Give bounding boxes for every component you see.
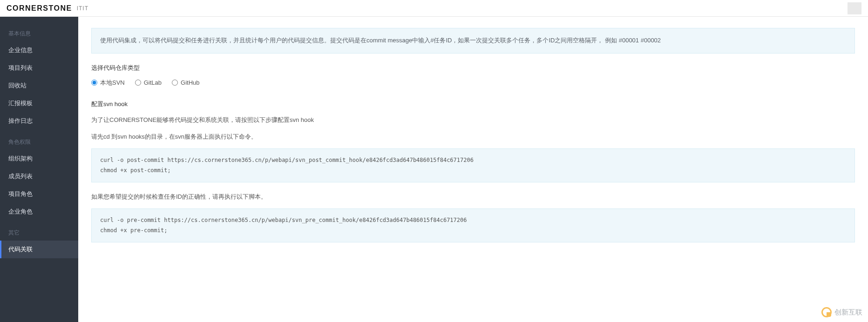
sidebar-item-report-template[interactable]: 汇报模板 [0, 94, 78, 112]
radio-label: GitLab [144, 79, 162, 86]
code-block-pre-commit: curl -o pre-commit https://cs.cornerston… [91, 208, 855, 242]
radio-group-repo-type: 本地SVN GitLab GitHub [91, 79, 855, 87]
watermark-text: 创新互联 [834, 308, 862, 317]
radio-label: GitHub [181, 79, 199, 86]
watermark-icon [821, 307, 832, 317]
sidebar-section-other: 其它 代码关联 [0, 225, 78, 258]
radio-option-github[interactable]: GitHub [172, 79, 199, 86]
repo-type-label: 选择代码仓库类型 [91, 64, 855, 72]
sidebar-item-org-structure[interactable]: 组织架构 [0, 150, 78, 168]
sidebar-item-member-list[interactable]: 成员列表 [0, 168, 78, 185]
sidebar-item-recycle-bin[interactable]: 回收站 [0, 77, 78, 94]
radio-option-svn[interactable]: 本地SVN [91, 79, 125, 87]
svn-desc-2: 请先cd 到svn hooks的目录，在svn服务器上面执行以下命令。 [91, 132, 855, 142]
watermark: 创新互联 [821, 307, 862, 317]
radio-input-gitlab[interactable] [135, 80, 141, 86]
top-bar: CORNERSTONE ITIT [0, 0, 868, 17]
code-block-post-commit: curl -o post-commit https://cs.cornersto… [91, 148, 855, 182]
sidebar-item-company-info[interactable]: 企业信息 [0, 41, 78, 59]
sidebar-section-basic: 基本信息 企业信息 项目列表 回收站 汇报模板 操作日志 [0, 26, 78, 130]
main-container: 基本信息 企业信息 项目列表 回收站 汇报模板 操作日志 角色权限 组织架构 成… [0, 17, 868, 322]
sidebar-item-project-role[interactable]: 项目角色 [0, 185, 78, 203]
sidebar-item-code-link[interactable]: 代码关联 [0, 241, 78, 258]
sidebar-item-operation-log[interactable]: 操作日志 [0, 112, 78, 130]
sidebar-section-title: 基本信息 [0, 26, 78, 41]
sidebar-section-title: 其它 [0, 225, 78, 241]
main-content: 使用代码集成，可以将代码提交和任务进行关联，并且统计每个用户的代码提交信息。提交… [78, 17, 868, 322]
svn-desc-3: 如果您希望提交的时候检查任务ID的正确性，请再执行以下脚本。 [91, 192, 855, 202]
info-banner: 使用代码集成，可以将代码提交和任务进行关联，并且统计每个用户的代码提交信息。提交… [91, 28, 855, 54]
svn-desc-1: 为了让CORNERSTONE能够将代码提交和系统关联，请按照以下步骤配置svn … [91, 115, 855, 125]
radio-input-svn[interactable] [91, 80, 97, 86]
sidebar-section-roles: 角色权限 组织架构 成员列表 项目角色 企业角色 [0, 134, 78, 221]
radio-label: 本地SVN [100, 79, 125, 87]
radio-input-github[interactable] [172, 80, 178, 86]
radio-option-gitlab[interactable]: GitLab [135, 79, 162, 86]
sidebar-item-project-list[interactable]: 项目列表 [0, 59, 78, 77]
sidebar: 基本信息 企业信息 项目列表 回收站 汇报模板 操作日志 角色权限 组织架构 成… [0, 17, 78, 322]
svn-hook-heading: 配置svn hook [91, 100, 855, 108]
brand-logo: CORNERSTONE [7, 4, 72, 13]
sidebar-item-company-role[interactable]: 企业角色 [0, 203, 78, 221]
avatar[interactable] [848, 2, 861, 14]
sidebar-section-title: 角色权限 [0, 134, 78, 150]
brand-sub: ITIT [77, 5, 88, 12]
